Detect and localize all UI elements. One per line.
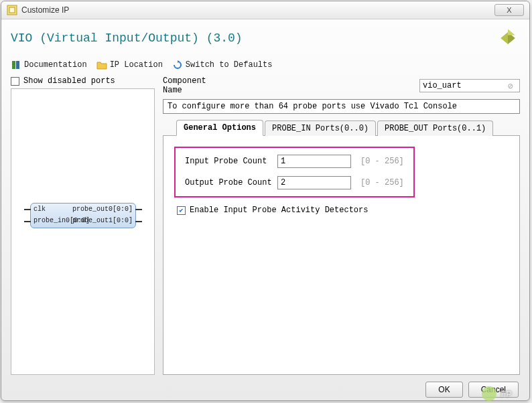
toolbar-label: IP Location: [110, 60, 163, 70]
tab-general-options[interactable]: General Options: [176, 120, 263, 136]
window-title: Customize IP: [21, 5, 494, 15]
input-probe-count-label: Input Probe Count: [185, 157, 272, 166]
ok-button[interactable]: OK: [425, 382, 462, 398]
info-message: To configure more than 64 probe ports us…: [163, 99, 520, 114]
component-name-label: Component Name: [163, 76, 230, 95]
tabs: General Options PROBE_IN Ports(0..0) PRO…: [163, 119, 520, 136]
ip-preview: clk probe_in0[0:0] probe_out0[0:0] probe…: [11, 88, 155, 375]
clear-icon[interactable]: ⊘: [508, 81, 517, 90]
enable-activity-label: Enable Input Probe Activity Detectors: [190, 206, 368, 215]
svg-rect-5: [12, 61, 15, 69]
show-disabled-label: Show disabled ports: [23, 76, 115, 86]
port-probe-out0: probe_out0[0:0]: [72, 206, 133, 213]
ip-block-symbol: clk probe_in0[0:0] probe_out0[0:0] probe…: [30, 203, 136, 228]
tab-probe-out[interactable]: PROBE_OUT Ports(0..1): [377, 120, 493, 136]
app-icon: [7, 5, 17, 15]
ip-location-button[interactable]: IP Location: [96, 60, 163, 70]
vivado-logo-icon: [496, 26, 520, 50]
refresh-icon: [172, 60, 183, 70]
page-title: VIO (Virtual Input/Output) (3.0): [11, 31, 243, 45]
port-probe-out1: probe_out1[0:0]: [72, 217, 133, 224]
documentation-button[interactable]: Documentation: [11, 60, 87, 70]
toolbar-label: Documentation: [24, 60, 87, 70]
folder-icon: [96, 60, 107, 70]
highlight-box: Input Probe Count [0 - 256] Output Probe…: [174, 147, 415, 197]
output-probe-range: [0 - 256]: [360, 178, 404, 187]
cancel-button[interactable]: Cancel: [468, 382, 519, 398]
output-probe-count-input[interactable]: [277, 176, 351, 189]
show-disabled-checkbox[interactable]: [11, 77, 19, 86]
toolbar-label: Switch to Defaults: [186, 60, 273, 70]
input-probe-count-input[interactable]: [277, 155, 351, 168]
svg-marker-2: [501, 32, 508, 44]
tab-content-general: Input Probe Count [0 - 256] Output Probe…: [163, 136, 520, 375]
component-name-input[interactable]: [419, 79, 520, 92]
svg-rect-6: [16, 61, 19, 69]
svg-rect-1: [9, 7, 15, 13]
port-clk: clk: [34, 206, 46, 213]
enable-activity-checkbox[interactable]: ✔: [177, 206, 186, 215]
toolbar: Documentation IP Location Switch to Defa…: [11, 57, 520, 76]
input-probe-range: [0 - 256]: [360, 157, 404, 166]
book-icon: [11, 60, 21, 70]
output-probe-count-label: Output Probe Count: [185, 178, 272, 187]
close-button[interactable]: X: [494, 4, 524, 16]
titlebar: Customize IP X: [1, 1, 529, 19]
tab-probe-in[interactable]: PROBE_IN Ports(0..0): [265, 120, 376, 136]
svg-marker-4: [508, 29, 515, 35]
switch-defaults-button[interactable]: Switch to Defaults: [172, 60, 273, 70]
